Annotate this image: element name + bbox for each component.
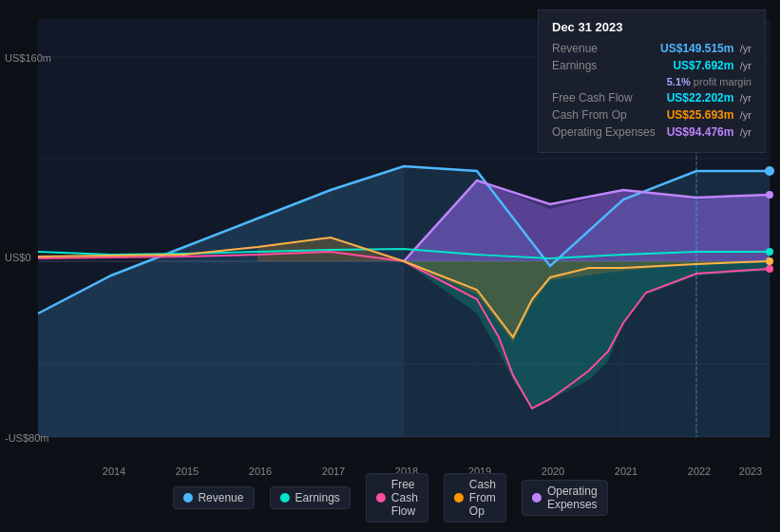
legend-dot-earnings	[279, 493, 289, 503]
tooltip-label-revenue: Revenue	[552, 42, 656, 55]
tooltip-value-fcf: US$22.202m	[667, 91, 734, 104]
legend-label-earnings: Earnings	[295, 491, 339, 504]
x-label-2014: 2014	[103, 466, 125, 477]
tooltip-label-earnings: Earnings	[552, 59, 656, 72]
tooltip-row-cashfromop: Cash From Op US$25.693m /yr	[552, 108, 751, 122]
legend-label-fcf: Free Cash Flow	[391, 478, 418, 518]
tooltip-label-opex: Operating Expenses	[552, 125, 656, 139]
tooltip-value-opex: US$94.476m	[667, 125, 734, 139]
svg-point-18	[766, 248, 773, 256]
tooltip-unit-cashfromop: /yr	[740, 109, 751, 121]
tooltip-label-fcf: Free Cash Flow	[552, 91, 656, 104]
tooltip-value-revenue: US$149.515m	[660, 42, 733, 55]
y-label-mid: US$0	[5, 252, 31, 263]
x-label-2023: 2023	[739, 466, 762, 477]
tooltip-unit-opex: /yr	[740, 126, 751, 138]
tooltip-row-earnings: Earnings US$7.692m /yr	[552, 59, 751, 72]
tooltip-profit-margin-row: 5.1% profit margin	[552, 76, 751, 87]
svg-point-20	[766, 265, 773, 273]
legend-label-opex: Operating Expenses	[547, 484, 598, 511]
tooltip-value-earnings: US$7.692m	[673, 59, 733, 72]
tooltip-unit-revenue: /yr	[740, 43, 751, 54]
chart-legend: Revenue Earnings Free Cash Flow Cash Fro…	[172, 473, 607, 522]
x-label-2021: 2021	[615, 466, 637, 477]
legend-label-revenue: Revenue	[198, 491, 243, 504]
tooltip-unit-fcf: /yr	[740, 92, 751, 104]
legend-dot-revenue	[182, 493, 192, 503]
y-label-bottom: -US$80m	[5, 432, 48, 444]
legend-dot-opex	[532, 493, 542, 503]
tooltip-label-cashfromop: Cash From Op	[552, 108, 656, 122]
legend-item-earnings[interactable]: Earnings	[269, 486, 350, 509]
tooltip-unit-earnings: /yr	[740, 60, 751, 71]
tooltip-row-fcf: Free Cash Flow US$22.202m /yr	[552, 91, 751, 104]
legend-item-cashfromop[interactable]: Cash From Op	[444, 473, 506, 522]
tooltip-row-revenue: Revenue US$149.515m /yr	[552, 42, 751, 55]
svg-point-17	[765, 166, 774, 176]
legend-item-opex[interactable]: Operating Expenses	[522, 480, 608, 516]
chart-container: US$160m US$0 -US$80m 2014 2015 2016 2017…	[0, 0, 780, 532]
legend-dot-cashfromop	[454, 493, 464, 503]
legend-item-fcf[interactable]: Free Cash Flow	[366, 473, 428, 522]
legend-label-cashfromop: Cash From Op	[469, 478, 496, 518]
legend-item-revenue[interactable]: Revenue	[172, 486, 254, 509]
tooltip-profit-margin: 5.1% profit margin	[667, 76, 751, 87]
svg-point-19	[766, 257, 773, 265]
tooltip-value-cashfromop: US$25.693m	[667, 108, 734, 122]
svg-point-21	[766, 191, 773, 199]
tooltip-box: Dec 31 2023 Revenue US$149.515m /yr Earn…	[538, 10, 766, 153]
tooltip-row-opex: Operating Expenses US$94.476m /yr	[552, 125, 751, 139]
x-label-2022: 2022	[688, 466, 711, 477]
tooltip-title: Dec 31 2023	[552, 20, 751, 34]
legend-dot-fcf	[376, 493, 386, 503]
y-label-top: US$160m	[5, 52, 51, 64]
